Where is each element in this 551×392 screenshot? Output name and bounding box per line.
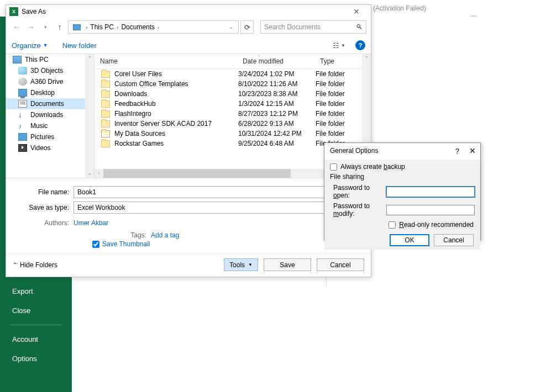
- file-date: 9/25/2024 6:48 AM: [237, 140, 314, 147]
- tools-button[interactable]: Tools▼: [224, 258, 258, 271]
- col-date[interactable]: Date modified: [237, 54, 314, 68]
- save-thumbnail-checkbox[interactable]: Save Thumbnail: [92, 240, 364, 248]
- file-list-header: Name Date modified Type: [95, 54, 371, 69]
- tree-scrollbar[interactable]: ⌃⌄: [85, 54, 94, 178]
- file-row[interactable]: Inventor Server SDK ACAD 20176/28/2022 9…: [95, 119, 371, 129]
- nav-up-icon[interactable]: ↑: [54, 21, 66, 33]
- file-row[interactable]: Corel User Files3/24/2024 1:02 PMFile fo…: [95, 69, 371, 79]
- general-options-dialog: General Options ? ✕ Always create backup…: [324, 142, 481, 241]
- chevron-down-icon[interactable]: ▾: [39, 21, 51, 33]
- view-icon: ☷: [333, 41, 339, 50]
- always-backup-input[interactable]: [330, 163, 337, 171]
- options-titlebar: General Options ? ✕: [324, 143, 480, 160]
- help-icon[interactable]: ?: [355, 40, 365, 50]
- search-icon[interactable]: 🔍︎: [356, 23, 363, 31]
- hide-folders-button[interactable]: ⌃ Hide Folders: [13, 261, 57, 269]
- readonly-checkbox[interactable]: Read-only recommended: [330, 221, 475, 229]
- help-icon[interactable]: ?: [455, 147, 459, 155]
- scrollbar-thumb[interactable]: [103, 169, 291, 178]
- organize-button[interactable]: Organize▼: [12, 41, 48, 50]
- search-placeholder: Search Documents: [264, 23, 321, 31]
- save-button[interactable]: Save: [264, 258, 311, 271]
- new-folder-button[interactable]: New folder: [62, 41, 97, 50]
- folder-icon: [101, 140, 110, 147]
- file-row[interactable]: FlashIntegro8/27/2023 12:12 PMFile folde…: [95, 109, 371, 119]
- chevron-down-icon: ▼: [43, 43, 48, 48]
- sidebar-item-options[interactable]: Options: [0, 349, 72, 368]
- file-type: File folder: [314, 70, 359, 78]
- file-name: FeedbackHub: [114, 100, 237, 108]
- folder-tree: This PC 3D Objects A360 Drive Desktop Do…: [6, 54, 95, 178]
- breadcrumb[interactable]: › This PC › Documents › ⌄: [68, 20, 239, 34]
- activation-status: (Activation Failed): [373, 4, 426, 12]
- nav-back-icon[interactable]: ←: [11, 21, 23, 33]
- ok-button[interactable]: OK: [390, 234, 429, 246]
- file-row[interactable]: My Data Sources10/31/2024 12:42 PMFile f…: [95, 129, 371, 139]
- password-open-input[interactable]: [386, 187, 475, 197]
- chevron-right-icon[interactable]: ›: [115, 24, 120, 30]
- scroll-down-icon[interactable]: ⌄: [85, 169, 94, 178]
- scroll-up-icon[interactable]: ⌃: [362, 54, 371, 63]
- file-name-input[interactable]: [74, 186, 364, 198]
- breadcrumb-folder[interactable]: Documents: [121, 23, 155, 31]
- file-name-label: File name:: [13, 188, 74, 196]
- always-backup-checkbox[interactable]: Always create backup: [330, 163, 475, 171]
- folder-icon: [101, 100, 110, 108]
- search-input[interactable]: Search Documents 🔍︎: [260, 20, 366, 34]
- readonly-input[interactable]: [389, 221, 396, 229]
- chevron-right-icon[interactable]: ›: [156, 24, 161, 30]
- file-date: 10/23/2023 8:38 AM: [237, 90, 314, 98]
- chevron-right-icon[interactable]: ›: [84, 24, 89, 30]
- cancel-button[interactable]: Cancel: [317, 258, 364, 271]
- sidebar-item-export[interactable]: Export: [0, 282, 72, 301]
- tree-item-3dobjects[interactable]: 3D Objects: [6, 65, 94, 76]
- file-type: File folder: [314, 110, 359, 118]
- tree-item-desktop[interactable]: Desktop: [6, 87, 94, 98]
- view-options-button[interactable]: ☷ ▼: [333, 41, 345, 50]
- downloads-icon: ↓: [18, 111, 27, 119]
- save-type-select[interactable]: Excel Workbook: [74, 202, 364, 214]
- chevron-up-icon: ⌃: [13, 262, 17, 268]
- tree-item-videos[interactable]: Videos: [6, 142, 94, 153]
- password-open-label: Password to open:: [330, 184, 386, 199]
- desktop-icon: [18, 89, 27, 97]
- file-date: 8/27/2023 12:12 PM: [237, 110, 314, 118]
- save-thumbnail-input[interactable]: [92, 241, 99, 248]
- readonly-label: Read-only recommended: [399, 221, 474, 229]
- tree-item-downloads[interactable]: ↓Downloads: [6, 109, 94, 120]
- col-name[interactable]: Name: [95, 54, 237, 68]
- breadcrumb-dropdown-icon[interactable]: ⌄: [226, 24, 236, 30]
- col-type[interactable]: Type: [314, 54, 359, 68]
- save-as-dialog: X Save As ✕ ← → ▾ ↑ › This PC › Document…: [6, 4, 371, 277]
- file-row[interactable]: Custom Office Templates8/10/2022 11:26 A…: [95, 79, 371, 89]
- tree-item-documents[interactable]: Documents: [6, 98, 94, 109]
- close-icon[interactable]: ✕: [469, 146, 476, 155]
- sidebar-item-close[interactable]: Close: [0, 301, 72, 320]
- scroll-up-icon[interactable]: ⌃: [85, 54, 94, 63]
- pictures-icon: [18, 133, 27, 141]
- tree-item-pictures[interactable]: Pictures: [6, 131, 94, 142]
- close-icon[interactable]: ✕: [345, 7, 368, 16]
- file-row[interactable]: FeedbackHub1/3/2024 12:15 AMFile folder: [95, 99, 371, 109]
- breadcrumb-root[interactable]: This PC: [90, 23, 114, 31]
- horizontal-scrollbar[interactable]: ‹›: [95, 169, 362, 178]
- cancel-button[interactable]: Cancel: [434, 234, 474, 246]
- file-sharing-label: File sharing: [330, 173, 475, 181]
- sidebar-item-account[interactable]: Account: [0, 330, 72, 349]
- file-type: File folder: [314, 80, 359, 88]
- file-name: FlashIntegro: [114, 110, 237, 118]
- folder-icon: [101, 91, 110, 98]
- tree-item-thispc[interactable]: This PC: [6, 54, 94, 65]
- a360-icon: [18, 78, 27, 86]
- tags-value[interactable]: Add a tag: [151, 231, 179, 239]
- tree-item-music[interactable]: ♪Music: [6, 120, 94, 131]
- authors-value[interactable]: Umer Akbar: [74, 219, 108, 227]
- refresh-icon[interactable]: ⟳: [240, 20, 254, 34]
- file-date: 8/10/2022 11:26 AM: [237, 80, 314, 88]
- file-row[interactable]: Downloads10/23/2023 8:38 AMFile folder: [95, 89, 371, 99]
- scroll-left-icon[interactable]: ‹: [95, 169, 103, 178]
- music-icon: ♪: [18, 122, 27, 130]
- tree-item-a360[interactable]: A360 Drive: [6, 76, 94, 87]
- password-modify-input[interactable]: [386, 205, 475, 215]
- file-type: File folder: [314, 130, 359, 137]
